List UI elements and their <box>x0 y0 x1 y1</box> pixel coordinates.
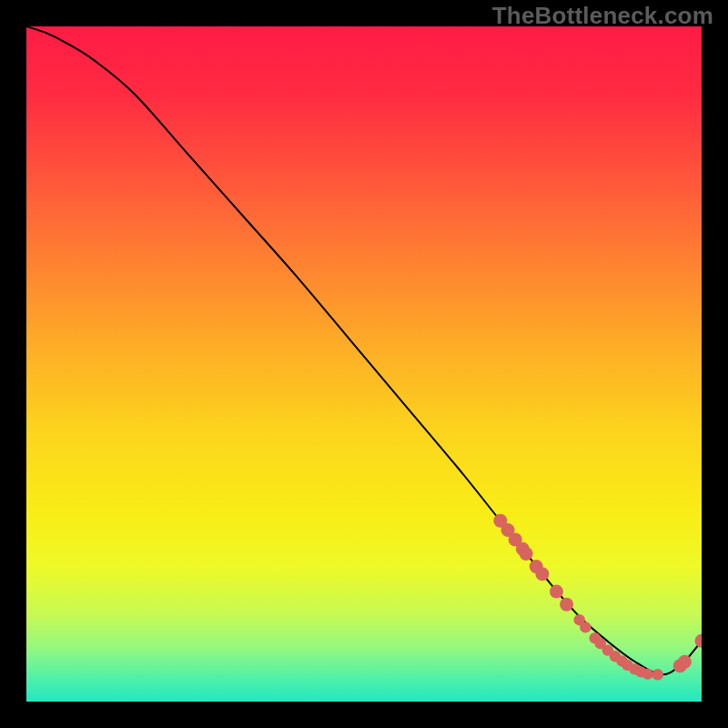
curve-marker <box>520 547 533 561</box>
curve-marker <box>678 655 692 669</box>
bottleneck-curve-chart <box>26 26 702 702</box>
curve-marker <box>642 668 652 679</box>
curve-marker <box>652 669 663 680</box>
curve-marker <box>560 598 573 612</box>
chart-frame: TheBottleneck.com <box>0 0 728 728</box>
gradient-background <box>26 26 702 702</box>
curve-marker <box>550 585 563 599</box>
plot-area <box>26 26 702 702</box>
curve-marker <box>580 622 591 632</box>
curve-marker <box>535 567 549 581</box>
